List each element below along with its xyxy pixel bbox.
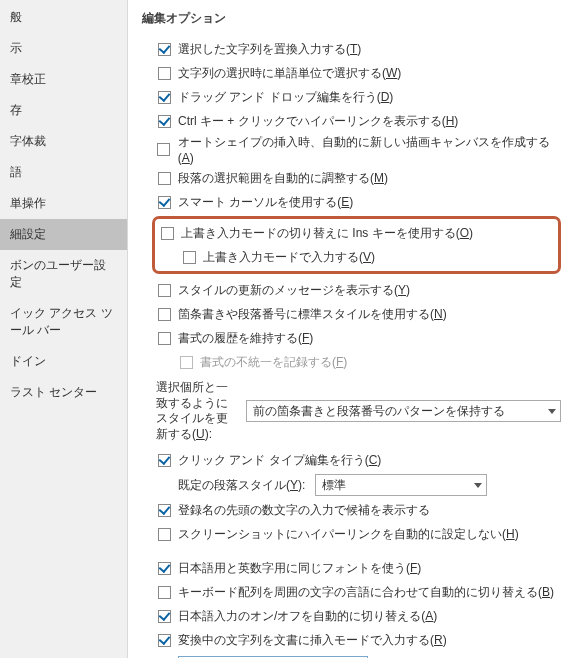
sidebar-item-trust-center[interactable]: ラスト センター: [0, 377, 127, 408]
checkbox-auto-keyboard[interactable]: [158, 586, 171, 599]
option-row-ctrl-click-link[interactable]: Ctrl キー + クリックでハイパーリンクを表示する(H): [156, 109, 561, 133]
checkbox-typing-replaces[interactable]: [158, 43, 171, 56]
option-row-select-word[interactable]: 文字列の選択時に単語単位で選択する(W): [156, 61, 561, 85]
option-label: キーボード配列を周囲の文字の言語に合わせて自動的に切り替える(B): [178, 584, 554, 601]
checkbox-smart-para-select[interactable]: [158, 172, 171, 185]
select-value: 前の箇条書きと段落番号のパターンを保持する: [253, 403, 505, 420]
checkbox-track-formatting[interactable]: [158, 332, 171, 345]
options-category-sidebar: 般 示 章校正 存 字体裁 語 単操作 細設定 ボンのユーザー設定 イック アク…: [0, 0, 128, 658]
option-row-smart-para-select[interactable]: 段落の選択範囲を自動的に調整する(M): [156, 166, 561, 190]
checkbox-auto-canvas[interactable]: [157, 143, 170, 156]
checkbox-auto-ime[interactable]: [158, 610, 171, 623]
chevron-down-icon: [548, 409, 556, 414]
checkbox-overtype-mode[interactable]: [183, 251, 196, 264]
option-label: 段落の選択範囲を自動的に調整する(M): [178, 170, 388, 187]
option-row-overtype-mode[interactable]: 上書き入力モードで入力する(V): [181, 245, 554, 269]
sidebar-item-save[interactable]: 存: [0, 95, 127, 126]
option-row-typing-replaces[interactable]: 選択した文字列を置換入力する(T): [156, 37, 561, 61]
option-row-insert-conversion[interactable]: 変換中の文字列を文書に挿入モードで入力する(R): [156, 628, 561, 652]
sidebar-item-addins[interactable]: ドイン: [0, 346, 127, 377]
option-label: 日本語用と英数字用に同じフォントを使う(F): [178, 560, 421, 577]
option-row-auto-ime[interactable]: 日本語入力のオン/オフを自動的に切り替える(A): [156, 604, 561, 628]
checkbox-autocomplete[interactable]: [158, 504, 171, 517]
sidebar-item-ease[interactable]: 単操作: [0, 188, 127, 219]
sidebar-item-display[interactable]: 示: [0, 33, 127, 64]
option-label: 日本語入力のオン/オフを自動的に切り替える(A): [178, 608, 437, 625]
option-row-insert-key-toggle[interactable]: 上書き入力モードの切り替えに Ins キーを使用する(O): [159, 221, 554, 245]
advanced-options-panel: 編集オプション 選択した文字列を置換入力する(T) 文字列の選択時に単語単位で選…: [128, 0, 567, 658]
default-paragraph-style-label: 既定の段落スタイル(Y):: [178, 477, 305, 494]
style-update-select[interactable]: 前の箇条書きと段落番号のパターンを保持する: [246, 400, 561, 422]
checkbox-same-font[interactable]: [158, 562, 171, 575]
select-value: 標準: [322, 477, 346, 494]
sidebar-item-quick-access[interactable]: イック アクセス ツール バー: [0, 298, 127, 346]
option-row-style-update-prompt[interactable]: スタイルの更新のメッセージを表示する(Y): [156, 278, 561, 302]
option-row-auto-canvas[interactable]: オートシェイプの挿入時、自動的に新しい描画キャンバスを作成する(A): [156, 133, 561, 166]
default-paragraph-style-select[interactable]: 標準: [315, 474, 487, 496]
checkbox-screenshot-hyperlink[interactable]: [158, 528, 171, 541]
checkbox-normal-style-lists[interactable]: [158, 308, 171, 321]
checkbox-insert-conversion[interactable]: [158, 634, 171, 647]
option-label: スマート カーソルを使用する(E): [178, 194, 353, 211]
checkbox-click-and-type[interactable]: [158, 454, 171, 467]
section-heading-editing-options: 編集オプション: [142, 10, 561, 27]
option-row-mark-inconsistent: 書式の不統一を記録する(F): [178, 350, 561, 374]
checkbox-ctrl-click-link[interactable]: [158, 115, 171, 128]
option-label: 箇条書きや段落番号に標準スタイルを使用する(N): [178, 306, 447, 323]
sidebar-item-customize-ribbon[interactable]: ボンのユーザー設定: [0, 250, 127, 298]
style-update-label: 選択個所と一致するようにスタイルを更新する(U):: [156, 380, 236, 442]
option-row-autocomplete[interactable]: 登録名の先頭の数文字の入力で候補を表示する: [156, 498, 561, 522]
option-label: 上書き入力モードの切り替えに Ins キーを使用する(O): [181, 225, 473, 242]
option-label: Ctrl キー + クリックでハイパーリンクを表示する(H): [178, 113, 458, 130]
option-label: ドラッグ アンド ドロップ編集を行う(D): [178, 89, 393, 106]
default-paragraph-style-row: 既定の段落スタイル(Y): 標準: [178, 474, 561, 496]
option-label: 書式の履歴を維持する(F): [178, 330, 313, 347]
option-label: 書式の不統一を記録する(F): [200, 354, 347, 371]
option-label: スクリーンショットにハイパーリンクを自動的に設定しない(H): [178, 526, 519, 543]
checkbox-insert-key-toggle[interactable]: [161, 227, 174, 240]
sidebar-item-typography[interactable]: 字体裁: [0, 126, 127, 157]
checkbox-mark-inconsistent: [180, 356, 193, 369]
checkbox-select-word[interactable]: [158, 67, 171, 80]
checkbox-drag-drop[interactable]: [158, 91, 171, 104]
option-row-auto-keyboard[interactable]: キーボード配列を周囲の文字の言語に合わせて自動的に切り替える(B): [156, 580, 561, 604]
style-update-select-row: 選択個所と一致するようにスタイルを更新する(U): 前の箇条書きと段落番号のパタ…: [156, 380, 561, 442]
option-label: 上書き入力モードで入力する(V): [203, 249, 375, 266]
highlight-box-insert-key: 上書き入力モードの切り替えに Ins キーを使用する(O) 上書き入力モードで入…: [152, 216, 561, 274]
option-row-drag-drop[interactable]: ドラッグ アンド ドロップ編集を行う(D): [156, 85, 561, 109]
sidebar-item-general[interactable]: 般: [0, 2, 127, 33]
sidebar-item-proofing[interactable]: 章校正: [0, 64, 127, 95]
option-label: 文字列の選択時に単語単位で選択する(W): [178, 65, 401, 82]
checkbox-smart-cursor[interactable]: [158, 196, 171, 209]
option-row-normal-style-lists[interactable]: 箇条書きや段落番号に標準スタイルを使用する(N): [156, 302, 561, 326]
sidebar-item-language[interactable]: 語: [0, 157, 127, 188]
option-label: 登録名の先頭の数文字の入力で候補を表示する: [178, 502, 430, 519]
option-row-screenshot-hyperlink[interactable]: スクリーンショットにハイパーリンクを自動的に設定しない(H): [156, 522, 561, 546]
option-row-click-and-type[interactable]: クリック アンド タイプ編集を行う(C): [156, 448, 561, 472]
option-label: スタイルの更新のメッセージを表示する(Y): [178, 282, 410, 299]
option-row-same-font[interactable]: 日本語用と英数字用に同じフォントを使う(F): [156, 556, 561, 580]
option-label: 変換中の文字列を文書に挿入モードで入力する(R): [178, 632, 447, 649]
option-row-track-formatting[interactable]: 書式の履歴を維持する(F): [156, 326, 561, 350]
option-label: 選択した文字列を置換入力する(T): [178, 41, 361, 58]
option-row-smart-cursor[interactable]: スマート カーソルを使用する(E): [156, 190, 561, 214]
checkbox-style-update-prompt[interactable]: [158, 284, 171, 297]
chevron-down-icon: [474, 483, 482, 488]
option-label: クリック アンド タイプ編集を行う(C): [178, 452, 381, 469]
option-label: オートシェイプの挿入時、自動的に新しい描画キャンバスを作成する(A): [178, 134, 561, 165]
sidebar-item-advanced[interactable]: 細設定: [0, 219, 127, 250]
